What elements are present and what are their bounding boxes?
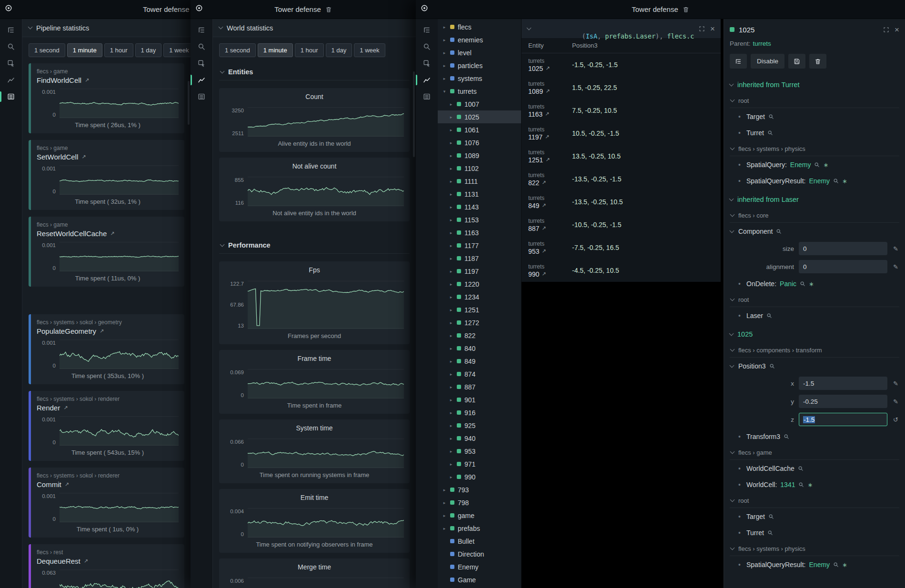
expand-arrow-icon[interactable]: ▸: [449, 436, 453, 441]
time-range-button[interactable]: 1 hour: [104, 43, 133, 57]
tree-item[interactable]: ▸ 1177: [438, 239, 521, 252]
search-icon[interactable]: [784, 434, 789, 439]
search-icon[interactable]: [833, 562, 839, 568]
query-result-row[interactable]: turrets 849 ↗ -13.5, -0.25, 10.5: [522, 190, 721, 213]
expand-arrow-icon[interactable]: ▸: [449, 102, 453, 107]
tree-item[interactable]: ▸ 793: [438, 483, 521, 496]
component-row[interactable]: • SpatialQueryResult: Enemy ∗: [724, 557, 905, 573]
inspector-section-header[interactable]: inherited from Turret: [724, 74, 905, 93]
expand-arrow-icon[interactable]: ▸: [449, 346, 453, 351]
query-result-row[interactable]: turrets 887 ↗ -10.5, -0.25, -1.5: [522, 213, 721, 236]
inspect-icon[interactable]: [421, 57, 433, 70]
expand-arrow-icon[interactable]: ▸: [449, 295, 453, 299]
tree-item[interactable]: ▸ 901: [438, 393, 521, 406]
entity-link[interactable]: 990 ↗: [528, 270, 567, 278]
expand-arrow-icon[interactable]: ▾: [442, 89, 447, 94]
tree-item[interactable]: Health: [438, 586, 521, 588]
pair-icon[interactable]: ∗: [842, 561, 847, 568]
expand-arrow-icon[interactable]: ▸: [449, 359, 453, 364]
component-row[interactable]: • WorldCellCache: [724, 460, 905, 477]
expand-arrow-icon[interactable]: ▸: [449, 372, 453, 377]
expand-arrow-icon[interactable]: ▸: [449, 398, 453, 402]
expand-arrow-icon[interactable]: ▸: [449, 128, 453, 132]
component-row[interactable]: • SpatialQueryResult: Enemy ∗: [724, 173, 905, 189]
expand-arrow-icon[interactable]: ▸: [442, 63, 447, 68]
component-row-expanded[interactable]: Position3: [724, 358, 905, 374]
tree-item[interactable]: ▸ 1089: [438, 149, 521, 162]
system-name-link[interactable]: Render ↗: [37, 404, 179, 412]
query-result-row[interactable]: turrets 1251 ↗ 13.5, -0.25, 10.5: [522, 145, 721, 168]
viewport-canvas[interactable]: (IsA, prefabs.Laser), flecs.components ×…: [522, 19, 905, 588]
search-icon[interactable]: [767, 530, 773, 536]
close-icon[interactable]: ×: [895, 26, 899, 34]
inspector-path-header[interactable]: flecs › systems › physics: [730, 542, 899, 556]
tree-item[interactable]: ▸ 798: [438, 496, 521, 509]
tree-item[interactable]: ▸ 1131: [438, 188, 521, 200]
expand-arrow-icon[interactable]: ▸: [449, 218, 453, 222]
field-input-focused[interactable]: -1.5: [799, 413, 887, 426]
expand-arrow-icon[interactable]: ▸: [449, 475, 453, 479]
search-icon[interactable]: [833, 178, 839, 184]
stats-section-header[interactable]: Performance: [219, 236, 410, 254]
stats-view-icon[interactable]: [195, 90, 208, 103]
system-name-link[interactable]: SetWorldCell ↗: [37, 153, 179, 161]
tree-item[interactable]: ▸ 822: [438, 329, 521, 342]
time-range-button[interactable]: 1 minute: [258, 43, 293, 57]
search-icon[interactable]: [798, 482, 804, 488]
titlebar-trash-button[interactable]: [325, 6, 332, 13]
undo-icon[interactable]: ↺: [892, 416, 899, 423]
query-result-row[interactable]: turrets 822 ↗ -13.5, -0.25, -1.5: [522, 168, 721, 190]
search-icon[interactable]: [195, 40, 208, 53]
tree-item[interactable]: ▸ 849: [438, 355, 521, 368]
tree-item[interactable]: ▸ 1251: [438, 303, 521, 316]
delete-button[interactable]: [809, 54, 826, 69]
chart-view-icon[interactable]: [195, 74, 208, 86]
query-result-row[interactable]: turrets 1025 ↗ -1.5, -0.25, -1.5: [522, 53, 721, 76]
expand-arrow-icon[interactable]: ▸: [442, 513, 447, 518]
tree-item[interactable]: ▸ 1234: [438, 290, 521, 303]
entity-link[interactable]: 822 ↗: [528, 179, 567, 187]
expand-arrow-icon[interactable]: ▸: [449, 230, 453, 235]
entity-link[interactable]: 1251 ↗: [528, 156, 567, 164]
tree-item[interactable]: ▸ 1220: [438, 278, 521, 290]
component-row[interactable]: • Target: [724, 508, 905, 525]
stats-view-icon[interactable]: [421, 90, 433, 103]
tree-item[interactable]: ▸ 1272: [438, 316, 521, 329]
inspector-path-header[interactable]: flecs › components › transform: [730, 343, 899, 358]
expand-arrow-icon[interactable]: ▸: [442, 38, 447, 42]
inspector-path-header[interactable]: root: [730, 94, 899, 108]
expand-arrow-icon[interactable]: ▸: [449, 308, 453, 312]
inspector-path-header[interactable]: flecs › systems › physics: [730, 142, 899, 156]
component-row[interactable]: • Target: [724, 109, 905, 125]
query-result-row[interactable]: turrets 1089 ↗ 1.5, -0.25, 22.5: [522, 76, 721, 99]
field-input[interactable]: -1.5: [799, 377, 887, 390]
entity-link[interactable]: 849 ↗: [528, 202, 567, 209]
search-icon[interactable]: [768, 114, 774, 120]
expand-arrow-icon[interactable]: ▸: [449, 320, 453, 325]
tree-view-icon[interactable]: [421, 24, 433, 36]
search-icon[interactable]: [800, 281, 805, 287]
tree-item[interactable]: ▸ game: [438, 509, 521, 522]
tree-item[interactable]: ▸ 1007: [438, 98, 521, 110]
query-result-row[interactable]: turrets 1197 ↗ 10.5, -0.25, -1.5: [522, 122, 721, 145]
expand-arrow-icon[interactable]: ▸: [449, 282, 453, 287]
fullscreen-icon[interactable]: [883, 27, 889, 33]
time-range-button[interactable]: 1 day: [326, 43, 352, 57]
inspector-path-header[interactable]: root: [730, 494, 899, 508]
inspector-section-header[interactable]: 1025: [724, 324, 905, 342]
tree-view-icon[interactable]: [195, 24, 208, 36]
tree-item[interactable]: ▸ 953: [438, 445, 521, 458]
tree-view-icon[interactable]: [5, 24, 17, 36]
entity-link[interactable]: 1089 ↗: [528, 88, 567, 95]
component-row[interactable]: • WorldCell: 1341 ∗: [724, 477, 905, 493]
inspect-icon[interactable]: [5, 57, 17, 70]
time-range-button[interactable]: 1 minute: [67, 43, 102, 57]
fullscreen-icon[interactable]: [699, 26, 705, 32]
component-row[interactable]: • Turret: [724, 525, 905, 541]
scrollbar-thumb[interactable]: [413, 71, 415, 157]
expand-arrow-icon[interactable]: ▸: [449, 269, 453, 274]
tree-item[interactable]: ▸ 1061: [438, 123, 521, 136]
scrollbar-thumb[interactable]: [188, 81, 190, 125]
search-icon[interactable]: [5, 40, 17, 53]
expand-arrow-icon[interactable]: ▸: [449, 333, 453, 338]
